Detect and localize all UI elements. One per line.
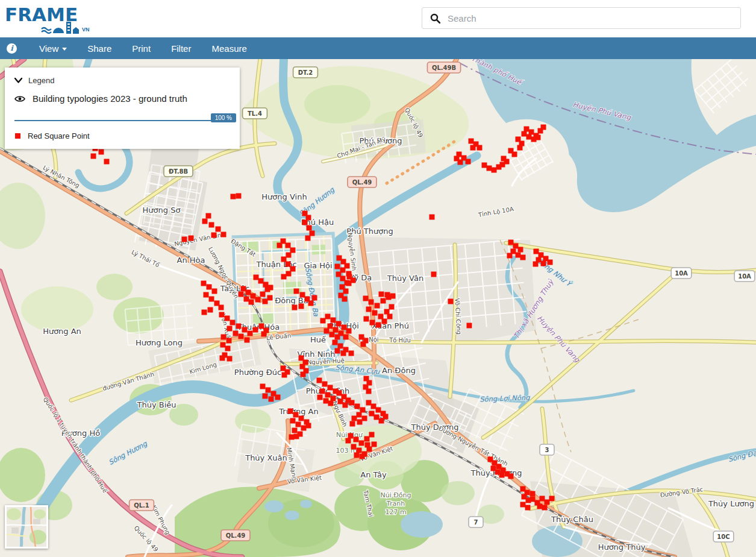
red-square-point xyxy=(522,131,527,137)
red-square-point xyxy=(286,253,292,258)
red-square-point xyxy=(513,244,519,249)
red-square-point xyxy=(227,326,233,332)
nav-item-print[interactable]: Print xyxy=(122,43,161,54)
red-square-point xyxy=(201,281,207,286)
red-square-point xyxy=(301,372,306,377)
red-square-point xyxy=(349,400,355,406)
red-square-point xyxy=(220,356,225,361)
red-square-point xyxy=(364,436,370,442)
red-square-point xyxy=(357,420,363,425)
red-square-point xyxy=(448,299,454,304)
red-square-point xyxy=(288,409,293,414)
map-place-label: Thủy Xuân xyxy=(245,453,287,462)
nav-item-view[interactable]: View xyxy=(29,43,77,54)
map-place-label: Hương Long xyxy=(136,338,183,347)
legend-title: Legend xyxy=(28,76,54,85)
red-square-point xyxy=(499,473,505,478)
red-square-point xyxy=(248,331,253,336)
red-square-point xyxy=(281,257,287,262)
red-square-point xyxy=(233,331,239,336)
overview-minimap[interactable] xyxy=(5,505,48,549)
red-square-point xyxy=(211,233,217,238)
red-square-point xyxy=(293,412,299,418)
info-icon[interactable]: i xyxy=(7,43,17,54)
nav-item-share[interactable]: Share xyxy=(77,43,122,54)
red-square-point xyxy=(520,255,526,260)
svg-text:10A: 10A xyxy=(675,270,688,277)
red-square-point xyxy=(348,433,354,439)
red-square-point xyxy=(338,399,343,404)
red-square-point xyxy=(301,426,307,431)
red-square-point xyxy=(299,416,304,421)
road-shield: QL.49B xyxy=(427,62,460,73)
road-shield: QL.49 xyxy=(348,177,376,187)
red-square-point xyxy=(336,321,342,327)
red-square-point xyxy=(225,316,230,321)
red-square-point xyxy=(371,404,376,409)
red-square-point xyxy=(241,286,246,292)
red-square-point xyxy=(239,292,244,297)
red-square-point xyxy=(263,282,269,288)
search-bar[interactable] xyxy=(422,7,741,29)
red-square-point xyxy=(545,500,550,505)
slider-track[interactable] xyxy=(14,120,235,121)
red-square-point xyxy=(255,297,261,303)
red-square-point xyxy=(530,497,536,502)
red-square-point xyxy=(369,432,375,438)
search-input[interactable] xyxy=(446,13,740,24)
red-square-point xyxy=(246,290,251,295)
legend-layer-name: Building typologies 2023 - ground truth xyxy=(33,93,187,104)
red-square-point xyxy=(346,329,352,334)
red-square-point xyxy=(389,304,395,310)
red-square-point xyxy=(360,454,365,459)
red-square-point xyxy=(282,373,287,378)
red-square-point xyxy=(390,294,396,299)
road-shield: 3 xyxy=(540,444,554,455)
red-square-point xyxy=(206,213,211,219)
legend-item: Red Square Point xyxy=(5,124,240,140)
red-square-point xyxy=(376,323,381,328)
red-square-point xyxy=(508,240,514,245)
red-square-point xyxy=(382,319,387,324)
red-square-point xyxy=(249,300,254,305)
map-place-label: Phường Đúc xyxy=(234,368,281,377)
red-square-point xyxy=(260,292,266,297)
red-square-point xyxy=(267,295,273,301)
legend-header[interactable]: Legend xyxy=(5,68,240,85)
red-square-point xyxy=(306,423,311,429)
svg-text:TL.4: TL.4 xyxy=(248,110,262,117)
red-square-point xyxy=(225,346,231,351)
road-shield: 10A xyxy=(671,268,692,278)
frame-logo[interactable]: FRAME VN xyxy=(5,2,113,36)
map-canvas[interactable]: Hương SơHương VinhPhú MậuPhú DươngPhú Hậ… xyxy=(0,59,756,557)
nav-item-measure[interactable]: Measure xyxy=(201,43,257,54)
red-square-point xyxy=(384,309,390,315)
red-square-point xyxy=(372,310,378,316)
red-square-point xyxy=(430,215,435,220)
map-place-label: Thủy Vân xyxy=(387,274,423,283)
road-shield: TL.4 xyxy=(243,108,267,119)
map-place-label: Thủy Châu xyxy=(551,515,593,524)
red-square-point xyxy=(236,194,242,199)
red-square-point xyxy=(202,219,208,224)
nav-item-filter[interactable]: Filter xyxy=(161,43,201,54)
map-place-label: Thủy Lương xyxy=(708,499,754,508)
red-square-point xyxy=(537,504,543,509)
opacity-slider[interactable]: 100 % xyxy=(5,113,240,124)
red-square-point xyxy=(504,159,510,165)
red-square-point xyxy=(320,318,326,324)
red-square-point xyxy=(292,428,298,433)
red-square-point xyxy=(260,384,266,389)
red-square-point xyxy=(216,227,221,232)
eye-icon[interactable] xyxy=(14,95,25,102)
red-square-point xyxy=(346,281,352,286)
red-square-point xyxy=(219,305,224,310)
red-square-point xyxy=(548,260,553,265)
red-square-point xyxy=(317,378,322,383)
red-square-point xyxy=(366,400,372,406)
header: FRAME VN xyxy=(0,0,756,37)
red-square-point xyxy=(189,236,194,241)
svg-text:3: 3 xyxy=(545,447,549,453)
caret-down-icon xyxy=(62,48,67,51)
legend-item-label: Red Square Point xyxy=(28,131,90,140)
